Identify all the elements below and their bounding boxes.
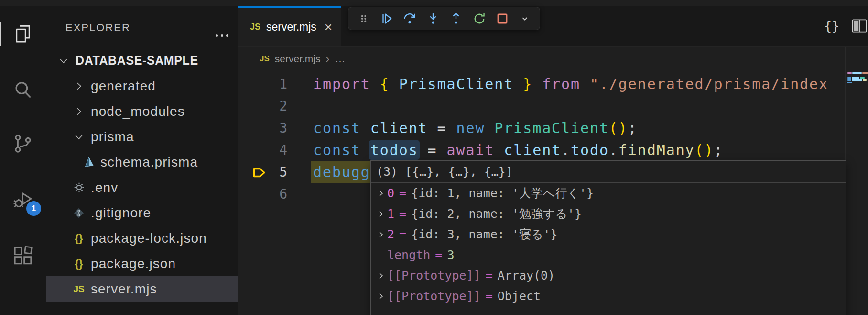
debug-badge: 1 [26, 201, 41, 216]
equals-sign: = [486, 265, 493, 286]
code-line-3[interactable]: 3const client = new PrismaClient(); [238, 117, 845, 139]
tree-item--gitignore[interactable]: .gitignore [46, 200, 238, 225]
debug-variable-row[interactable]: 0={id: 1, name: '大学へ行く'} [371, 183, 846, 203]
tab-bar: JS server.mjs × [238, 6, 868, 47]
search-icon [12, 79, 34, 101]
code-editor[interactable]: JS server.mjs › … 1import { PrismaClient… [238, 47, 868, 315]
variable-value: 3 [447, 245, 454, 265]
restart-button[interactable] [472, 11, 487, 26]
code-line-1[interactable]: 1import { PrismaClient } from "./generat… [238, 73, 845, 95]
braces-file-icon: {} [72, 258, 86, 270]
step-over-button[interactable] [402, 11, 417, 26]
chevron-down-icon[interactable] [72, 132, 86, 142]
expand-chevron-icon[interactable] [377, 189, 385, 198]
code-line-2[interactable]: 2 [238, 95, 845, 117]
stop-button[interactable] [495, 11, 510, 26]
debug-variable-row[interactable]: 1={id: 2, name: '勉強する'} [371, 203, 846, 224]
step-into-button[interactable] [426, 11, 440, 26]
tree-item-label: server.mjs [91, 281, 157, 297]
activity-bar: 1 [0, 6, 46, 315]
breadcrumb-file[interactable]: server.mjs [275, 53, 321, 65]
variable-value: Object [498, 286, 541, 306]
chevron-right-icon[interactable] [72, 106, 86, 117]
continue-button[interactable] [380, 11, 394, 26]
activity-item-extensions[interactable] [12, 245, 34, 267]
debug-variable-row[interactable]: 2={id: 3, name: '寝る'} [371, 224, 846, 245]
tree-item-database-sample[interactable]: DATABASE-SAMPLE [46, 48, 238, 73]
line-number[interactable]: 3 [238, 117, 287, 139]
tree-item-label: prisma [91, 129, 134, 145]
expand-chevron-icon[interactable] [377, 210, 385, 218]
tab-server-mjs[interactable]: JS server.mjs × [238, 6, 341, 46]
tree-item-label: .gitignore [91, 205, 151, 221]
js-file-icon: JS [260, 54, 270, 64]
js-file-icon: JS [72, 284, 86, 294]
variable-value: {id: 3, name: '寝る'} [411, 224, 557, 245]
tree-item-server-mjs[interactable]: JSserver.mjs [46, 276, 238, 302]
git-file-icon [72, 207, 86, 219]
activity-item-source-control[interactable] [12, 133, 34, 155]
tree-item-package-json[interactable]: {}package.json [46, 251, 238, 276]
activity-item-explorer[interactable] [12, 23, 34, 45]
variable-name: 2 [387, 224, 394, 245]
line-number[interactable]: 1 [238, 73, 287, 95]
code-text: const client = new PrismaClient(); [313, 117, 638, 139]
tree-item-label: schema.prisma [100, 155, 198, 170]
tree-item-prisma[interactable]: prisma [46, 124, 238, 149]
files-icon [12, 23, 34, 45]
close-icon[interactable]: × [325, 21, 332, 34]
more-actions-icon[interactable] [214, 30, 230, 39]
tree-item-label: .env [91, 180, 118, 195]
source-control-icon [12, 133, 34, 155]
debug-variable-row[interactable]: length=3 [371, 245, 846, 265]
tree-item-schema-prisma[interactable]: schema.prisma [46, 149, 238, 175]
tree-item-label: node_modules [91, 104, 185, 119]
debug-variable-row[interactable]: [[Prototype]]=Array(0) [371, 265, 846, 286]
format-braces-icon[interactable]: {} [824, 18, 840, 33]
chevron-right-icon[interactable] [72, 81, 86, 91]
gear-file-icon [72, 181, 86, 194]
expand-chevron-icon[interactable] [377, 292, 385, 301]
breadcrumb-tail[interactable]: … [335, 53, 345, 65]
gripper-icon[interactable] [357, 12, 370, 25]
line-number[interactable]: 6 [238, 183, 287, 205]
step-out-button[interactable] [449, 11, 463, 26]
tree-item-package-lock-json[interactable]: {}package-lock.json [46, 225, 238, 251]
code-text: const todos = await client.todo.findMany… [313, 139, 723, 161]
minimap-code-line [847, 79, 867, 81]
braces-file-icon: {} [72, 232, 86, 245]
code-text: debugg [313, 161, 370, 183]
variable-name: length [387, 245, 430, 265]
chevron-right-icon: › [326, 52, 329, 66]
tab-label: server.mjs [266, 21, 316, 34]
tree-item-generated[interactable]: generated [46, 73, 238, 99]
debug-variable-row[interactable]: [[Prototype]]=Object [371, 286, 846, 306]
variable-value: {id: 1, name: '大学へ行く'} [411, 183, 594, 203]
js-file-icon: JS [250, 22, 260, 32]
split-editor-icon[interactable] [851, 19, 868, 33]
explorer-sidebar: EXPLORER DATABASE-SAMPLEgeneratednode_mo… [46, 6, 238, 315]
code-line-4[interactable]: 4const todos = await client.todo.findMan… [238, 139, 845, 161]
expand-chevron-icon[interactable] [377, 230, 385, 239]
tree-item--env[interactable]: .env [46, 175, 238, 200]
line-number[interactable]: 4 [238, 139, 287, 161]
variable-name: [[Prototype]] [387, 286, 481, 306]
line-number[interactable]: 2 [238, 95, 287, 117]
chevron-down-icon[interactable] [519, 12, 531, 25]
variable-value: {id: 2, name: '勉強する'} [411, 203, 582, 224]
tree-item-node-modules[interactable]: node_modules [46, 99, 238, 124]
activity-item-search[interactable] [12, 79, 34, 101]
expand-chevron-icon[interactable] [377, 271, 385, 280]
extensions-icon [12, 245, 34, 267]
tree-item-label: DATABASE-SAMPLE [76, 54, 198, 68]
debug-toolbar [348, 7, 540, 30]
debug-value-summary: (3) [{…}, {…}, {…}] [371, 161, 846, 183]
chevron-down-icon[interactable] [56, 56, 71, 66]
editor-actions: {} [824, 18, 868, 33]
tree-item-label: package.json [91, 256, 176, 271]
equals-sign: = [399, 183, 406, 203]
variable-value: Array(0) [498, 265, 555, 286]
debug-hover-popup[interactable]: (3) [{…}, {…}, {…}] 0={id: 1, name: '大学へ… [370, 160, 846, 315]
equals-sign: = [486, 286, 493, 306]
minimap[interactable] [845, 47, 868, 315]
